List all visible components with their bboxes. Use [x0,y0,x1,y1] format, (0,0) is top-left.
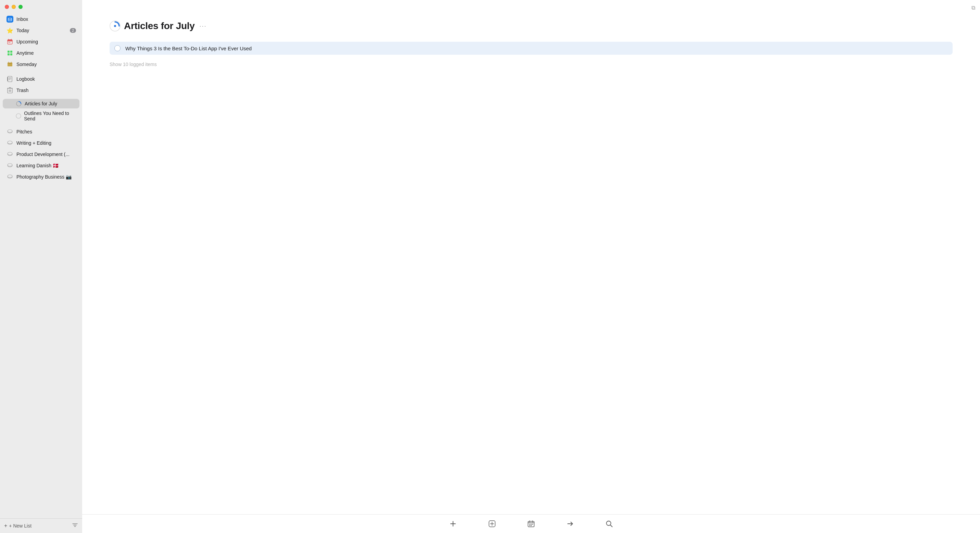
sidebar-item-outlines[interactable]: Outlines You Need to Send [3,109,80,123]
project-icon-articles [16,101,22,107]
svg-rect-52 [530,524,530,525]
sidebar-label-trash: Trash [16,87,76,93]
filter-icon[interactable] [72,522,78,530]
area-icon-writing-editing [6,139,14,147]
overlap-icon[interactable]: ⧉ [971,5,975,11]
sidebar-label-photography-business: Photography Business 📷 [16,174,72,179]
sidebar-item-today[interactable]: ⭐ Today 2 [3,25,80,36]
svg-point-31 [8,141,12,144]
table-row[interactable]: Why Things 3 Is the Best To-Do List App … [110,42,953,55]
sidebar-item-articles-for-july[interactable]: Articles for July [3,99,80,108]
add-task-button[interactable] [447,518,459,530]
upcoming-icon [6,38,14,46]
svg-rect-8 [10,51,12,53]
svg-rect-9 [8,53,10,56]
calendar-button[interactable] [525,518,537,530]
main-header: Articles for July ··· [82,0,980,38]
sidebar-label-writing-editing: Writing + Editing [16,140,51,146]
area-icon-product-development [6,151,14,158]
anytime-icon [6,49,14,57]
sidebar-label-someday: Someday [16,62,76,67]
svg-rect-55 [530,525,530,526]
task-list: Why Things 3 Is the Best To-Do List App … [82,38,980,533]
close-button[interactable] [5,5,9,9]
sidebar-bottom: + + New List [0,518,82,533]
new-list-button[interactable]: + + New List [4,523,33,529]
sidebar-item-someday[interactable]: Someday [3,59,80,70]
area-icon-pitches [6,128,14,135]
task-text: Why Things 3 Is the Best To-Do List App … [125,46,252,51]
page-title: Articles for July [124,21,195,32]
svg-rect-15 [8,76,12,82]
today-badge: 2 [70,28,76,33]
move-button[interactable] [564,518,576,530]
svg-rect-0 [8,18,12,21]
sidebar-label-inbox: Inbox [16,16,76,22]
more-options-button[interactable]: ··· [200,22,207,30]
svg-rect-53 [531,524,532,525]
trash-icon [6,87,14,94]
svg-rect-12 [8,63,12,63]
svg-point-42 [114,25,116,27]
maximize-button[interactable] [19,5,22,9]
logbook-icon [6,75,14,83]
svg-point-33 [8,152,12,155]
sidebar: Inbox ⭐ Today 2 Upcoming [0,0,82,533]
sidebar-label-outlines: Outlines You Need to Send [24,111,76,121]
sidebar-label-product-development: Product Development (... [16,152,70,157]
sidebar-label-pitches: Pitches [16,129,32,135]
inbox-icon [6,15,14,23]
sidebar-label-anytime: Anytime [16,50,76,56]
new-list-label: + New List [9,523,32,528]
show-logged-button[interactable]: Show 10 logged items [110,60,953,68]
sidebar-nav: Inbox ⭐ Today 2 Upcoming [0,14,82,518]
today-icon: ⭐ [6,27,14,34]
svg-line-59 [611,525,612,527]
window-controls-right: ⧉ [971,5,975,11]
main-content-area: Articles for July ··· Why Things 3 Is th… [82,0,980,533]
svg-point-27 [16,114,21,118]
sidebar-item-product-development[interactable]: Product Development (... [3,149,80,160]
bottom-toolbar [82,514,980,533]
project-main-icon [110,21,121,32]
svg-rect-7 [8,51,10,53]
svg-rect-19 [7,77,8,81]
someday-icon [6,60,14,68]
sidebar-item-writing-editing[interactable]: Writing + Editing [3,138,80,149]
svg-rect-6 [10,42,10,43]
sidebar-item-learning-danish[interactable]: Learning Danish 🇩🇰 [3,160,80,171]
svg-point-35 [8,163,12,166]
sidebar-item-anytime[interactable]: Anytime [3,48,80,59]
svg-point-29 [8,130,12,132]
sidebar-item-logbook[interactable]: Logbook [3,73,80,84]
svg-point-37 [8,175,12,178]
sidebar-label-logbook: Logbook [16,76,76,82]
sidebar-item-upcoming[interactable]: Upcoming [3,36,80,47]
sidebar-item-photography-business[interactable]: Photography Business 📷 [3,171,80,182]
sidebar-label-upcoming: Upcoming [16,39,76,44]
svg-rect-10 [10,53,12,56]
sidebar-label-today: Today [16,28,70,33]
sidebar-label-learning-danish: Learning Danish 🇩🇰 [16,163,59,168]
traffic-lights[interactable] [5,5,22,9]
svg-rect-2 [8,40,12,41]
sidebar-item-pitches[interactable]: Pitches [3,126,80,137]
task-checkbox[interactable] [115,45,121,51]
add-checklist-button[interactable] [486,518,498,530]
sidebar-item-trash[interactable]: Trash [3,85,80,96]
area-icon-photography-business [6,173,14,181]
area-icon-learning-danish [6,162,14,169]
search-button[interactable] [603,518,615,530]
sidebar-label-articles-for-july: Articles for July [25,101,57,106]
project-icon-outlines [16,113,21,119]
minimize-button[interactable] [12,5,16,9]
svg-rect-56 [531,525,532,526]
svg-rect-54 [532,524,533,525]
new-list-plus-icon: + [4,523,7,529]
svg-rect-5 [9,42,9,43]
sidebar-item-inbox[interactable]: Inbox [3,14,80,25]
